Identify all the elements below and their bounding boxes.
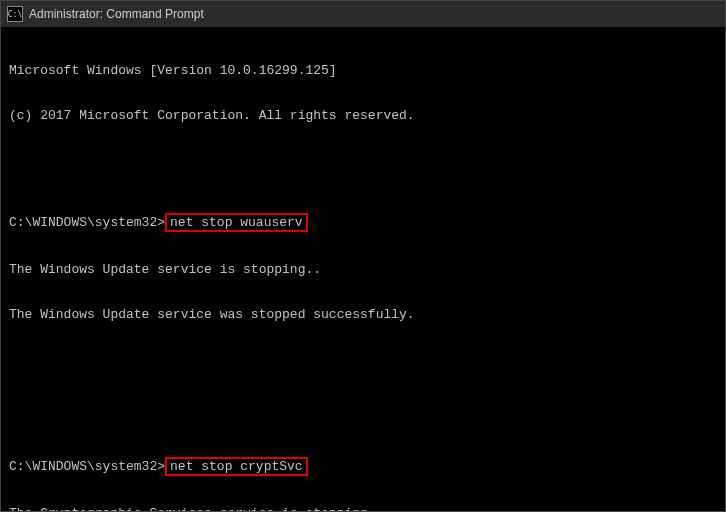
terminal-output[interactable]: Microsoft Windows [Version 10.0.16299.12…	[1, 27, 725, 512]
output-line: The Windows Update service is stopping..	[9, 262, 717, 277]
window-title: Administrator: Command Prompt	[29, 7, 204, 21]
blank-line	[9, 397, 717, 412]
copyright-line: (c) 2017 Microsoft Corporation. All righ…	[9, 108, 717, 123]
highlighted-command: net stop cryptSvc	[165, 457, 308, 476]
cmd-line: C:\WINDOWS\system32>net stop cryptSvc	[9, 457, 717, 476]
cmd-icon: C:\	[7, 6, 23, 22]
highlighted-command: net stop wuauserv	[165, 213, 308, 232]
prompt: C:\WINDOWS\system32>	[9, 459, 165, 474]
output-line: The Windows Update service was stopped s…	[9, 307, 717, 322]
blank-line	[9, 352, 717, 367]
prompt: C:\WINDOWS\system32>	[9, 215, 165, 230]
output-line: The Cryptographic Services service is st…	[9, 506, 717, 512]
version-line: Microsoft Windows [Version 10.0.16299.12…	[9, 63, 717, 78]
blank-line	[9, 153, 717, 168]
window-titlebar: C:\ Administrator: Command Prompt	[1, 1, 725, 27]
cmd-line: C:\WINDOWS\system32>net stop wuauserv	[9, 213, 717, 232]
